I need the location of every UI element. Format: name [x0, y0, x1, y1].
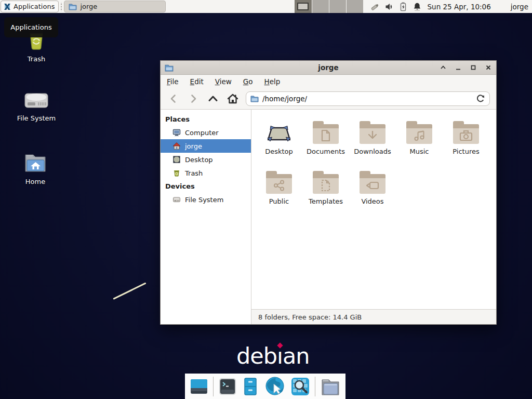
panel-handle[interactable] — [60, 2, 63, 11]
menu-help[interactable]: Help — [264, 77, 281, 86]
folder-downloads-icon — [360, 124, 385, 144]
sidebar-item-jorge[interactable]: jorge — [161, 139, 251, 153]
sidebar-item-computer[interactable]: Computer — [161, 126, 251, 139]
file-item-desktop[interactable]: Desktop — [256, 117, 302, 167]
file-item-label: Pictures — [453, 148, 479, 155]
sidebar: Places Computer jorge Desktop Trash Devi… — [161, 110, 251, 324]
bottom-dock — [185, 374, 345, 399]
workspace-4[interactable] — [346, 0, 363, 13]
path-input[interactable]: /home/jorge/ — [262, 95, 307, 103]
up-button[interactable] — [206, 94, 220, 104]
shade-button[interactable] — [440, 64, 447, 71]
file-item-label: Templates — [309, 197, 343, 205]
desktop-icon-file-system[interactable]: File System — [13, 89, 60, 122]
directory-menu-launcher[interactable] — [320, 377, 341, 396]
desktop-icon-label: Home — [12, 178, 59, 185]
sidebar-item-label: Trash — [185, 169, 203, 177]
workspace-2[interactable] — [312, 0, 329, 13]
desktop-icon-home[interactable]: Home — [12, 152, 59, 185]
file-item-label: Public — [269, 197, 289, 205]
xfce-logo-icon — [3, 3, 11, 11]
panel-username[interactable]: jorge — [511, 3, 528, 11]
applications-menu-button[interactable]: Applications — [1, 1, 59, 12]
applications-tooltip-text: Applications — [10, 23, 51, 31]
reload-button[interactable] — [476, 94, 485, 103]
file-item-templates[interactable]: Templates — [302, 167, 349, 217]
forward-button[interactable] — [187, 94, 200, 104]
sidebar-item-trash[interactable]: Trash — [161, 166, 251, 180]
folder-music-icon — [406, 124, 432, 144]
menu-go[interactable]: Go — [243, 77, 253, 86]
maximize-button[interactable] — [470, 64, 477, 71]
home-button[interactable] — [226, 93, 240, 104]
toolbar: /home/jorge/ — [161, 88, 496, 110]
folder-documents-icon — [313, 124, 339, 144]
system-tray — [370, 2, 422, 12]
folder-templates-icon — [313, 174, 339, 194]
sidebar-item-file-system[interactable]: File System — [161, 193, 251, 206]
file-view: Desktop Documents Downloads — [251, 110, 496, 324]
home-folder-icon — [12, 152, 59, 175]
show-desktop-button[interactable] — [190, 377, 208, 396]
hard-drive-icon — [172, 195, 181, 204]
menu-edit[interactable]: Edit — [190, 77, 204, 86]
app-finder-launcher[interactable] — [290, 377, 310, 396]
window-titlebar[interactable]: jorge — [161, 61, 496, 75]
file-item-label: Videos — [361, 197, 383, 205]
sidebar-item-label: Computer — [185, 129, 219, 137]
volume-icon[interactable] — [384, 2, 394, 12]
sidebar-item-label: File System — [185, 196, 223, 204]
menu-view[interactable]: View — [215, 77, 232, 86]
terminal-launcher[interactable] — [218, 377, 237, 396]
sidebar-header-places: Places — [161, 113, 251, 126]
file-item-label: Music — [410, 148, 429, 155]
desktop-special-icon — [265, 117, 292, 144]
close-button[interactable] — [485, 64, 492, 71]
back-button[interactable] — [167, 94, 180, 104]
desktop-icon — [172, 155, 181, 164]
folder-pictures-icon — [453, 124, 479, 144]
folder-videos-icon — [360, 174, 385, 194]
home-icon — [172, 142, 181, 150]
file-item-pictures[interactable]: Pictures — [443, 117, 489, 167]
panel-clock[interactable]: Sun 25 Apr, 10:06 — [428, 3, 491, 11]
workspace-3[interactable] — [329, 0, 346, 13]
file-manager-window: jorge File Edit View Go Help /home/jorge… — [160, 60, 497, 325]
workspace-switcher[interactable] — [295, 0, 363, 13]
top-panel: Applications jorge Sun 25 Apr, 10:06 jor… — [0, 0, 532, 13]
trash-icon — [172, 169, 181, 177]
desktop-icon-label: File System — [13, 114, 60, 122]
folder-icon — [69, 3, 77, 10]
applications-tooltip: Applications — [4, 17, 58, 37]
file-item-music[interactable]: Music — [396, 117, 443, 167]
file-item-label: Documents — [307, 148, 345, 155]
taskbar-window-button[interactable]: jorge — [64, 1, 166, 12]
file-item-documents[interactable]: Documents — [302, 117, 349, 167]
dock-separator — [213, 377, 214, 396]
folder-public-icon — [266, 174, 292, 194]
sidebar-item-desktop[interactable]: Desktop — [161, 153, 251, 166]
computer-icon — [172, 128, 181, 137]
path-bar[interactable]: /home/jorge/ — [246, 91, 490, 106]
menu-file[interactable]: File — [167, 77, 179, 86]
file-item-videos[interactable]: Videos — [349, 167, 396, 217]
file-item-public[interactable]: Public — [256, 167, 302, 217]
notifications-icon[interactable] — [412, 2, 422, 12]
taskbar-window-label: jorge — [80, 3, 97, 10]
battery-icon[interactable] — [398, 2, 408, 12]
minimize-button[interactable] — [455, 64, 462, 71]
workspace-window-thumb — [297, 3, 309, 10]
file-cabinet-launcher[interactable] — [242, 377, 259, 396]
statusbar-text: 8 folders, Free space: 14.4 GiB — [258, 313, 362, 321]
sidebar-header-devices: Devices — [161, 180, 251, 193]
workspace-1[interactable] — [295, 0, 312, 13]
web-browser-launcher[interactable] — [264, 376, 286, 397]
file-item-downloads[interactable]: Downloads — [349, 117, 396, 167]
dock-separator — [315, 377, 315, 396]
file-item-label: Downloads — [354, 148, 391, 155]
sidebar-item-label: Desktop — [185, 156, 213, 164]
path-folder-icon — [250, 95, 259, 102]
desktop-icon-label: Trash — [13, 55, 60, 63]
stylus-icon[interactable] — [370, 2, 380, 12]
file-grid[interactable]: Desktop Documents Downloads — [251, 110, 496, 309]
